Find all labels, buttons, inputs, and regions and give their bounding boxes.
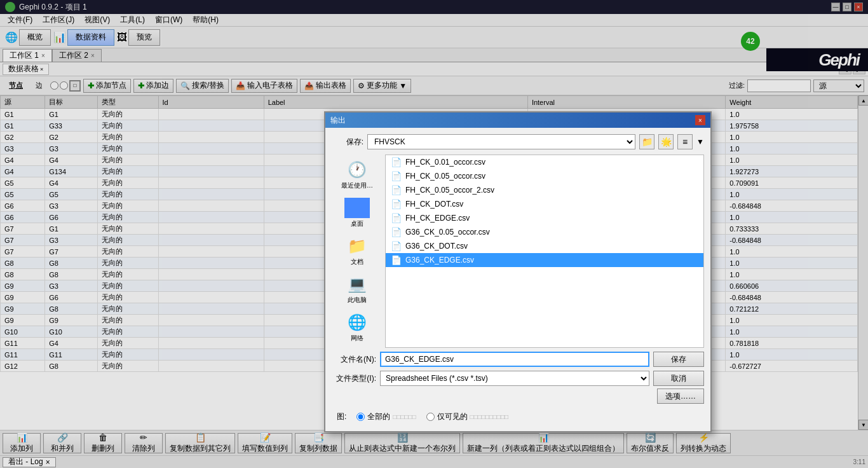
csv-file-icon: 📄 — [391, 157, 402, 167]
filename-label: 文件名(N): — [332, 354, 376, 365]
network-icon: 🌐 — [344, 312, 370, 333]
csv-file-icon: 📄 — [391, 185, 402, 195]
save-location-row: 保存: FHVSCK 📁 🌟 ≡ ▼ — [332, 134, 704, 149]
all-radio-item: 全部的 □□□□□□ — [356, 411, 416, 422]
visible-radio-boxes: □□□□□□□□□□ — [470, 413, 508, 420]
file-list-item[interactable]: 📄FH_CK_DOT.csv — [386, 197, 703, 211]
visible-radio[interactable] — [426, 413, 435, 421]
file-list-item[interactable]: 📄FH_CK_0.01_occor.csv — [386, 155, 703, 169]
all-radio-label: 全部的 — [367, 411, 390, 422]
save-label: 保存: — [332, 137, 363, 148]
save-location-combo[interactable]: FHVSCK — [367, 134, 635, 149]
graph-row: 图: 全部的 □□□□□□ 仅可见的 □□□□□□□□□□ — [332, 409, 704, 425]
main-layout: Gephi 0.9.2 - 项目 1 — □ × 文件(F) 工作区(J) 视图… — [0, 0, 868, 468]
computer-shortcut[interactable]: 💻 此电脑 — [342, 272, 372, 307]
file-list-item[interactable]: 📄FH_CK_0.05_occor.csv — [386, 169, 703, 183]
view-dropdown-arrow: ▼ — [696, 137, 704, 146]
filetype-label: 文件类型(I): — [332, 373, 376, 384]
file-list-item[interactable]: 📄FH_CK_0.05_occor_2.csv — [386, 183, 703, 197]
file-name: G36_CK_EDGE.csv — [405, 256, 474, 265]
filetype-row: 文件类型(I): Spreadsheet Files (*.csv *.tsv)… — [332, 371, 704, 386]
file-name: FH_CK_0.05_occor_2.csv — [405, 186, 494, 195]
file-name: G36_CK_0.05_occor.csv — [405, 228, 490, 237]
file-name: G36_CK_DOT.csv — [405, 242, 468, 251]
recent-label: 最近使用… — [341, 181, 373, 190]
dialog-title-text: 输出 — [330, 115, 346, 126]
file-browser-area: 🕐 最近使用… 桌面 📁 文档 💻 此电 — [332, 155, 704, 348]
desktop-shortcut[interactable]: 桌面 — [342, 195, 372, 231]
csv-file-icon: 📄 — [391, 199, 402, 209]
clock-icon: 🕐 — [344, 160, 370, 180]
recent-shortcut[interactable]: 🕐 最近使用… — [339, 157, 376, 193]
dialog-close-button[interactable]: × — [695, 115, 705, 125]
csv-file-icon: 📄 — [391, 227, 402, 237]
file-name: FH_CK_0.01_occor.csv — [405, 158, 485, 167]
nav-up-button[interactable]: 📁 — [639, 134, 654, 149]
options-row: 选项…… — [332, 389, 704, 404]
filetype-select[interactable]: Spreadsheet Files (*.csv *.tsv) — [380, 371, 649, 386]
filename-row: 文件名(N): 保存 — [332, 352, 704, 367]
dialog-overlay: 输出 × 保存: FHVSCK 📁 🌟 ≡ ▼ — [0, 0, 868, 468]
all-radio-boxes: □□□□□□ — [393, 413, 416, 420]
network-shortcut[interactable]: 🌐 网络 — [342, 310, 372, 345]
file-list-item[interactable]: 📄FH_CK_EDGE.csv — [386, 211, 703, 225]
dialog-title-bar: 输出 × — [325, 113, 710, 128]
file-sidebar: 🕐 最近使用… 桌面 📁 文档 💻 此电 — [332, 155, 383, 348]
cancel-button[interactable]: 取消 — [653, 371, 704, 386]
options-button[interactable]: 选项…… — [657, 389, 704, 404]
csv-file-icon: 📄 — [391, 213, 402, 223]
csv-file-icon: 📄 — [391, 241, 402, 251]
visible-radio-item: 仅可见的 □□□□□□□□□□ — [426, 411, 508, 422]
file-list-item[interactable]: 📄G36_CK_0.05_occor.csv — [386, 225, 703, 239]
visible-radio-label: 仅可见的 — [437, 411, 468, 422]
file-list[interactable]: 📄FH_CK_0.01_occor.csv📄FH_CK_0.05_occor.c… — [385, 155, 704, 348]
file-list-item[interactable]: 📄G36_CK_DOT.csv — [386, 239, 703, 253]
all-radio[interactable] — [356, 413, 365, 421]
documents-label: 文档 — [351, 258, 363, 266]
folder-icon: 📁 — [344, 236, 370, 256]
filename-input[interactable] — [380, 352, 649, 367]
file-name: FH_CK_DOT.csv — [405, 200, 463, 209]
csv-file-icon: 📄 — [391, 171, 402, 181]
documents-shortcut[interactable]: 📁 文档 — [342, 233, 372, 269]
desktop-label: 桌面 — [351, 219, 363, 228]
computer-icon: 💻 — [344, 274, 370, 294]
file-name: FH_CK_EDGE.csv — [405, 214, 470, 223]
graph-label: 图: — [337, 411, 346, 422]
computer-label: 此电脑 — [348, 296, 367, 305]
network-label: 网络 — [351, 334, 363, 343]
view-toggle-button[interactable]: ≡ — [677, 134, 693, 149]
save-button[interactable]: 保存 — [653, 352, 704, 367]
export-dialog: 输出 × 保存: FHVSCK 📁 🌟 ≡ ▼ — [324, 111, 712, 432]
new-folder-button[interactable]: 🌟 — [658, 134, 674, 149]
file-name: FH_CK_0.05_occor.csv — [405, 172, 485, 181]
csv-file-icon: 📄 — [391, 255, 402, 265]
file-list-item[interactable]: 📄G36_CK_EDGE.csv — [386, 253, 703, 267]
desktop-icon — [344, 198, 370, 218]
dialog-body: 保存: FHVSCK 📁 🌟 ≡ ▼ 🕐 最近使用… — [325, 128, 710, 431]
